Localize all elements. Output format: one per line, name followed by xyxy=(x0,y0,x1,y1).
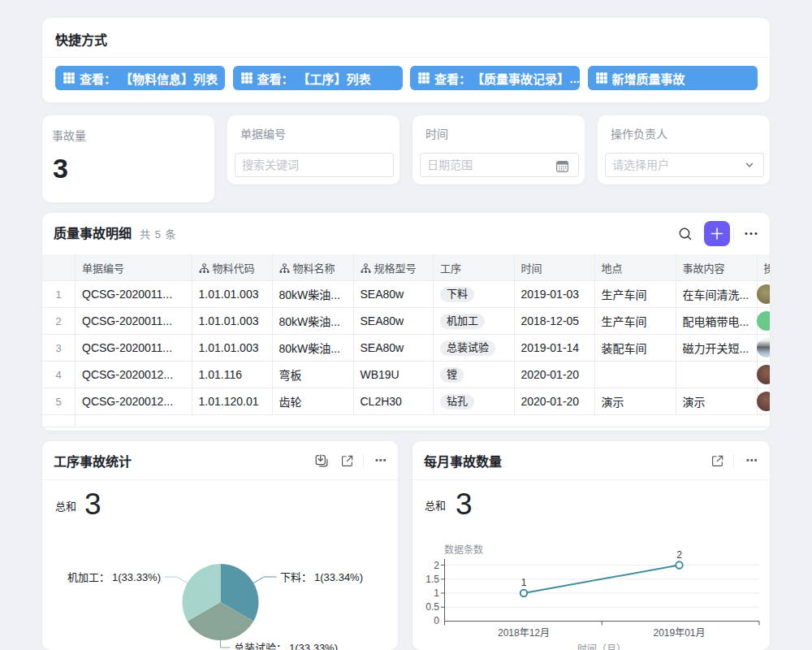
svg-text:1.5: 1.5 xyxy=(425,574,439,585)
svg-text:2018年12月: 2018年12月 xyxy=(498,627,550,639)
svg-text:2: 2 xyxy=(434,560,439,571)
svg-text:总装试验：1(33.33%): 总装试验：1(33.33%) xyxy=(234,642,338,650)
svg-text:1: 1 xyxy=(434,587,439,599)
svg-text:时间（月）: 时间（月） xyxy=(577,644,626,650)
svg-text:机加工：1(33.33%): 机加工：1(33.33%) xyxy=(67,571,161,583)
svg-text:0: 0 xyxy=(434,615,439,626)
svg-text:1: 1 xyxy=(521,577,527,588)
svg-text:数据条数: 数据条数 xyxy=(444,544,483,556)
svg-text:2: 2 xyxy=(676,549,682,561)
svg-text:0.5: 0.5 xyxy=(425,601,439,613)
svg-text:2019年01月: 2019年01月 xyxy=(653,627,705,639)
svg-text:下料：1(33.34%): 下料：1(33.34%) xyxy=(280,571,363,583)
